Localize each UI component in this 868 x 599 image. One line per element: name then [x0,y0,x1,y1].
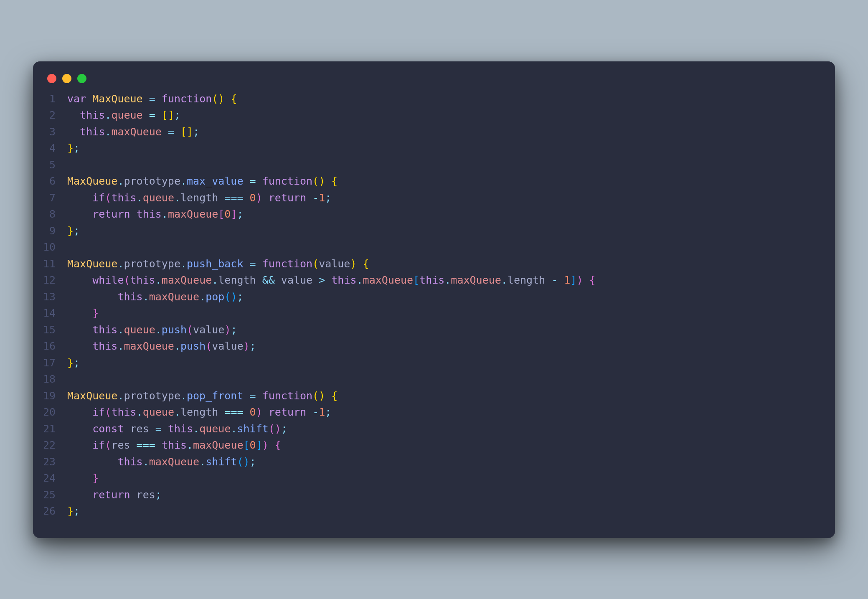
token-op: = [250,175,256,187]
token-pn: . [180,258,187,270]
token-br2: ( [124,274,130,286]
code-line[interactable]: 20 if(this.queue.length === 0) return -1… [33,404,821,421]
code-line[interactable]: 11MaxQueue.prototype.push_back = functio… [33,256,821,272]
code-content[interactable]: this.maxQueue.push(value); [67,338,256,355]
code-line[interactable]: 1var MaxQueue = function() { [33,91,821,107]
code-line[interactable]: 13 this.maxQueue.pop(); [33,289,821,305]
code-line[interactable]: 23 this.maxQueue.shift(); [33,454,821,470]
token-pl [218,192,224,204]
code-content[interactable]: while(this.maxQueue.length && value > th… [67,272,596,289]
code-line[interactable]: 15 this.queue.push(value); [33,322,821,338]
code-content[interactable]: this.maxQueue.pop(); [67,289,244,305]
token-pn: . [143,456,149,468]
minimize-icon[interactable] [62,74,71,83]
code-line[interactable]: 19MaxQueue.prototype.pop_front = functio… [33,388,821,404]
token-pl [262,192,269,204]
token-pn: . [105,126,111,138]
code-content[interactable]: var MaxQueue = function() { [67,91,237,107]
code-line[interactable]: 8 return this.maxQueue[0]; [33,206,821,223]
code-line[interactable]: 24 } [33,470,821,487]
line-number: 25 [33,487,67,503]
token-kw: if [92,406,105,418]
token-pn: . [137,192,143,204]
token-pn: ; [325,192,331,204]
token-pl [218,406,224,418]
code-line[interactable]: 18 [33,371,821,388]
code-content[interactable]: if(this.queue.length === 0) return -1; [67,190,331,206]
close-icon[interactable] [47,74,56,83]
code-content[interactable]: }; [67,503,80,520]
code-content[interactable]: MaxQueue.prototype.max_value = function(… [67,173,338,190]
token-pl [155,93,162,105]
token-br2: } [92,307,99,319]
code-content[interactable]: this.queue.push(value); [67,322,237,338]
code-line[interactable]: 12 while(this.maxQueue.length && value >… [33,272,821,289]
code-content[interactable]: this.maxQueue.shift(); [67,454,256,470]
code-content[interactable]: } [67,305,99,322]
code-content[interactable]: MaxQueue.prototype.push_back = function(… [67,256,369,272]
token-par: value [319,258,350,270]
code-content[interactable]: return this.maxQueue[0]; [67,206,244,223]
code-content[interactable] [67,371,74,388]
code-content[interactable]: } [67,470,99,487]
token-fn: shift [206,456,237,468]
code-line[interactable]: 22 if(res === this.maxQueue[0]) { [33,437,821,454]
token-kw: this [331,274,356,286]
code-content[interactable]: if(res === this.maxQueue[0]) { [67,437,281,454]
token-pl [243,175,249,187]
token-br: { [331,390,338,402]
code-line[interactable]: 6MaxQueue.prototype.max_value = function… [33,173,821,190]
code-content[interactable]: return res; [67,487,162,503]
token-pn: . [155,324,162,336]
token-br: { [331,175,338,187]
token-br: ) [218,93,224,105]
token-pl [306,192,312,204]
token-op: = [250,390,256,402]
code-content[interactable]: this.maxQueue = []; [67,124,199,140]
token-br2: { [589,274,596,286]
token-br2: ( [105,406,111,418]
code-content[interactable] [67,157,74,173]
line-number: 3 [33,124,67,140]
token-kw: function [262,258,312,270]
code-line[interactable]: 10 [33,239,821,256]
code-line[interactable]: 3 this.maxQueue = []; [33,124,821,140]
token-pl [67,324,92,336]
code-line[interactable]: 7 if(this.queue.length === 0) return -1; [33,190,821,206]
token-br: { [363,258,369,270]
code-line[interactable]: 9}; [33,223,821,239]
code-line[interactable]: 26}; [33,503,821,520]
code-content[interactable]: if(this.queue.length === 0) return -1; [67,404,331,421]
line-number: 14 [33,305,67,322]
code-line[interactable]: 2 this.queue = []; [33,107,821,124]
token-br: } [67,505,74,517]
code-line[interactable]: 5 [33,157,821,173]
code-content[interactable]: MaxQueue.prototype.pop_front = function(… [67,388,338,404]
code-content[interactable]: }; [67,355,80,371]
code-line[interactable]: 16 this.maxQueue.push(value); [33,338,821,355]
token-pl [558,274,564,286]
token-id: MaxQueue [67,175,117,187]
code-content[interactable]: }; [67,223,80,239]
line-number: 7 [33,190,67,206]
token-num: 0 [250,406,256,418]
code-content[interactable]: }; [67,140,80,157]
code-line[interactable]: 21 const res = this.queue.shift(); [33,421,821,437]
token-pl [275,274,281,286]
code-content[interactable]: this.queue = []; [67,107,180,124]
token-kw: this [92,324,117,336]
code-line[interactable]: 4}; [33,140,821,157]
code-line[interactable]: 25 return res; [33,487,821,503]
maximize-icon[interactable] [77,74,86,83]
code-content[interactable] [67,239,74,256]
code-editor[interactable]: 1var MaxQueue = function() {2 this.queue… [33,86,835,524]
code-content[interactable]: const res = this.queue.shift(); [67,421,287,437]
token-br2: ) [576,274,583,286]
code-line[interactable]: 14 } [33,305,821,322]
token-pl [162,126,168,138]
token-pn: . [117,340,124,352]
code-line[interactable]: 17}; [33,355,821,371]
token-pl [67,291,117,303]
token-pl [545,274,551,286]
token-pn: ; [281,423,287,435]
